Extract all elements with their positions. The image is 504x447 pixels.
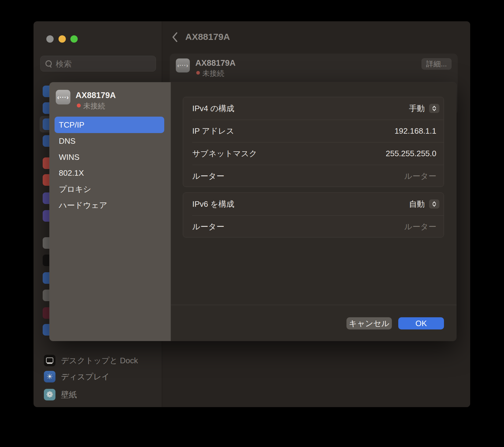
screen: デスクトップと Dock ☀ ディスプレイ ❁ 壁紙 AX88179A ‹···… (0, 0, 504, 447)
tcpip-settings-sheet: ‹···› AX88179A 未接続 TCP/IP DNS WINS 802.1… (49, 82, 456, 341)
stepper-chevrons-icon (431, 200, 438, 208)
ipv4-config-label: IPv4 の構成 (192, 103, 234, 114)
sheet-status-dot (77, 104, 81, 107)
desktop-dock-glyph (46, 357, 53, 363)
cancel-button[interactable]: キャンセル (346, 317, 392, 329)
ipv6-group: IPv6 を構成 自動 ルーター ルーター (183, 192, 444, 238)
tab-wins[interactable]: WINS (55, 149, 164, 165)
sidebar-item-wallpaper[interactable]: 壁紙 (61, 389, 77, 400)
ip-address-label: IP アドレス (192, 126, 234, 136)
wallpaper-icon: ❁ (44, 389, 55, 400)
window-zoom-button[interactable] (70, 35, 78, 43)
window-minimize-button[interactable] (59, 35, 66, 43)
ipv4-router-label: ルーター (192, 171, 224, 181)
ip-address-value[interactable]: 192.168.1.1 (395, 126, 436, 136)
ipv6-router-label: ルーター (192, 221, 224, 232)
sidebar-item-desktop-dock[interactable]: デスクトップと Dock (61, 355, 138, 366)
system-settings-window: デスクトップと Dock ☀ ディスプレイ ❁ 壁紙 AX88179A ‹···… (34, 21, 470, 407)
tab-proxy[interactable]: プロキシ (55, 181, 164, 197)
desktop-dock-icon (44, 355, 55, 366)
tab-8021x[interactable]: 802.1X (55, 165, 164, 181)
search-icon-handle (49, 65, 51, 68)
ipv6-config-value: 自動 (409, 199, 425, 209)
ipv6-config-label: IPv6 を構成 (192, 199, 234, 209)
footer-divider (171, 305, 456, 305)
ethernet-adapter-icon: ‹···› (176, 58, 190, 72)
details-button[interactable]: 詳細... (421, 58, 452, 70)
display-sun-glyph: ☀ (44, 371, 55, 382)
back-button[interactable] (169, 31, 181, 43)
ipv6-config-stepper[interactable] (429, 199, 439, 209)
stepper-chevrons-icon (431, 105, 438, 112)
ipv4-group: IPv4 の構成 手動 IP アドレス 192.168.1.1 (183, 97, 444, 187)
wallpaper-flower-glyph: ❁ (44, 389, 55, 400)
ipv4-router-row: ルーター ルーター (183, 165, 444, 187)
ipv4-config-stepper[interactable] (429, 104, 439, 113)
desktop-dock-bar (47, 363, 52, 364)
adapter-status: 未接続 (202, 69, 224, 78)
page-title: AX88179A (185, 32, 230, 42)
ipv4-config-row: IPv4 の構成 手動 (183, 97, 444, 120)
subnet-mask-value[interactable]: 255.255.255.0 (386, 149, 436, 158)
tab-tcpip[interactable]: TCP/IP (55, 117, 164, 133)
search-icon (45, 60, 52, 67)
adapter-name: AX88179A (195, 58, 236, 68)
subnet-mask-label: サブネットマスク (192, 148, 257, 159)
tab-hardware[interactable]: ハードウェア (55, 197, 164, 213)
ipv4-config-value: 手動 (409, 103, 425, 114)
tab-dns[interactable]: DNS (55, 133, 164, 149)
chevron-left-icon (172, 32, 178, 43)
sheet-adapter-status: 未接続 (83, 101, 105, 111)
sidebar-item-display[interactable]: ディスプレイ (61, 371, 110, 382)
display-icon: ☀ (44, 371, 55, 382)
window-close-button[interactable] (46, 35, 54, 43)
sheet-adapter-name: AX88179A (76, 91, 116, 100)
search-field[interactable] (40, 56, 156, 72)
ipv6-router-field[interactable]: ルーター (404, 221, 436, 232)
status-dot (196, 71, 200, 75)
sheet-adapter-icon: ‹···› (56, 90, 70, 104)
ipv6-config-row: IPv6 を構成 自動 (183, 193, 444, 215)
sheet-panel-divider (171, 82, 171, 341)
ipv6-router-row: ルーター ルーター (183, 215, 444, 238)
ip-address-row: IP アドレス 192.168.1.1 (183, 120, 444, 142)
search-input[interactable] (55, 56, 154, 72)
ok-button[interactable]: OK (398, 317, 444, 329)
ipv4-router-field[interactable]: ルーター (404, 171, 436, 181)
subnet-mask-row: サブネットマスク 255.255.255.0 (183, 142, 444, 165)
